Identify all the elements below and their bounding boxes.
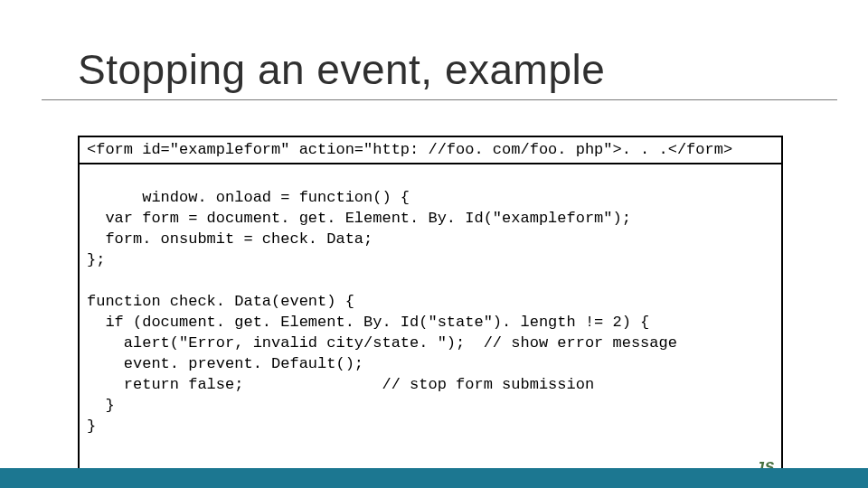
code-box-html: <form id="exampleform" action="http: //f… — [78, 136, 783, 165]
code-area: <form id="exampleform" action="http: //f… — [78, 136, 783, 483]
title-underline — [42, 99, 837, 100]
code-box-js: window. onload = function() { var form =… — [78, 163, 783, 483]
bottom-accent-bar — [0, 468, 868, 488]
code-box-js-content: window. onload = function() { var form =… — [87, 189, 677, 434]
slide-title: Stopping an event, example — [78, 45, 814, 94]
